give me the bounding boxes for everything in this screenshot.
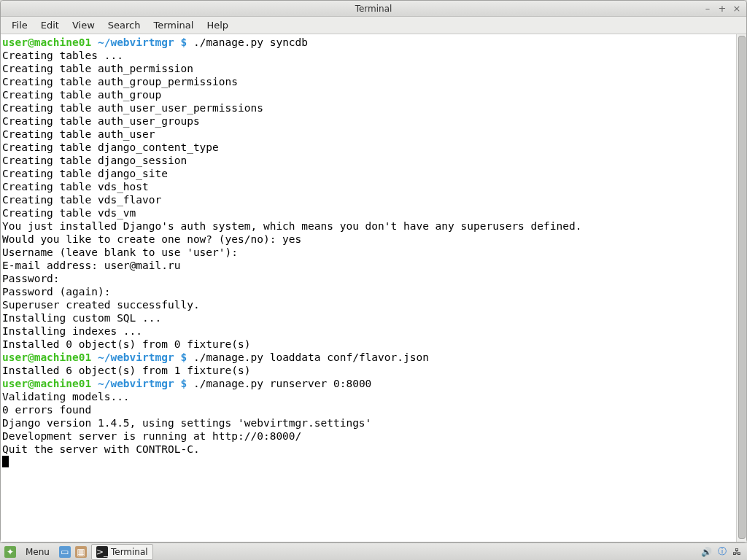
output-line: Creating tables ...	[2, 49, 735, 62]
output-line: Creating table auth_permission	[2, 62, 735, 75]
output-line: Creating table auth_user	[2, 128, 735, 141]
output-line: Creating table vds_flavor	[2, 193, 735, 206]
output-line: You just installed Django's auth system,…	[2, 219, 735, 233]
command-text: ./manage.py runserver 0:8000	[193, 378, 371, 389]
output-line: E-mail address: user@mail.ru	[2, 259, 735, 272]
terminal-scrollbar[interactable]	[736, 34, 746, 542]
output-line: Validating models...	[2, 390, 735, 403]
menu-view[interactable]: View	[66, 18, 101, 32]
prompt-line: user@machine01 ~/webvirtmgr $ ./manage.p…	[2, 36, 735, 49]
prompt-user-host: user@machine01	[2, 378, 91, 389]
taskbar-app-label: Terminal	[111, 547, 148, 557]
output-line: Creating table vds_vm	[2, 206, 735, 219]
minimize-button[interactable]: –	[703, 3, 713, 13]
cursor-line	[2, 456, 735, 469]
output-line: Would you like to create one now? (yes/n…	[2, 233, 735, 246]
output-line: Django version 1.4.5, using settings 'we…	[2, 416, 735, 429]
prompt-path: ~/webvirtmgr	[98, 378, 174, 389]
prompt-separator: $	[174, 378, 193, 389]
maximize-button[interactable]: +	[717, 3, 727, 13]
menu-help[interactable]: Help	[200, 18, 235, 32]
output-line: Installed 6 object(s) from 1 fixture(s)	[2, 364, 735, 377]
prompt-user-host: user@machine01	[2, 36, 91, 48]
window-titlebar[interactable]: Terminal – + ×	[1, 1, 746, 17]
prompt-line: user@machine01 ~/webvirtmgr $ ./manage.p…	[2, 351, 735, 364]
terminal-icon: >_	[96, 546, 108, 558]
terminal-body[interactable]: user@machine01 ~/webvirtmgr $ ./manage.p…	[1, 34, 736, 542]
prompt-separator: $	[174, 36, 193, 48]
output-line: Creating table django_content_type	[2, 141, 735, 154]
output-line: 0 errors found	[2, 403, 735, 416]
output-line: Creating table auth_group_permissions	[2, 75, 735, 88]
start-menu-label: Menu	[26, 547, 50, 557]
info-icon[interactable]: ⓘ	[718, 545, 727, 558]
prompt-path: ~/webvirtmgr	[98, 36, 174, 48]
terminal-window: Terminal – + × File Edit View Search Ter…	[0, 0, 747, 542]
terminal-cursor	[2, 456, 9, 467]
file-manager-icon[interactable]: ▦	[75, 546, 87, 558]
close-button[interactable]: ×	[732, 3, 742, 13]
show-desktop-icon[interactable]: ▭	[59, 546, 71, 558]
prompt-separator: $	[174, 351, 193, 363]
output-line: Password:	[2, 272, 735, 285]
prompt-user-host: user@machine01	[2, 351, 91, 363]
output-line: Installed 0 object(s) from 0 fixture(s)	[2, 338, 735, 351]
output-line: Development server is running at http://…	[2, 429, 735, 443]
output-line: Quit the server with CONTROL-C.	[2, 443, 735, 456]
prompt-path: ~/webvirtmgr	[98, 351, 174, 363]
output-line: Creating table django_site	[2, 167, 735, 180]
command-text: ./manage.py syncdb	[193, 36, 308, 48]
output-line: Creating table vds_host	[2, 180, 735, 193]
output-line: Superuser created successfully.	[2, 298, 735, 311]
taskbar-right: 🔊 ⓘ 🖧	[701, 545, 747, 558]
output-line: Installing custom SQL ...	[2, 311, 735, 324]
terminal-area: user@machine01 ~/webvirtmgr $ ./manage.p…	[1, 34, 746, 542]
taskbar-app-terminal[interactable]: >_ Terminal	[91, 544, 153, 560]
volume-icon[interactable]: 🔊	[701, 547, 712, 557]
menu-edit[interactable]: Edit	[34, 18, 66, 32]
window-controls: – + ×	[703, 3, 742, 13]
start-menu-button[interactable]: Menu	[20, 545, 55, 559]
taskbar-left: ✦ Menu ▭ ▦ >_ Terminal	[0, 544, 153, 560]
output-line: Username (leave blank to use 'user'):	[2, 246, 735, 259]
scroll-thumb[interactable]	[738, 36, 746, 539]
taskbar: ✦ Menu ▭ ▦ >_ Terminal 🔊 ⓘ 🖧	[0, 542, 747, 560]
window-title: Terminal	[355, 4, 392, 14]
output-line: Creating table auth_user_user_permission…	[2, 101, 735, 114]
output-line: Password (again):	[2, 285, 735, 298]
output-line: Creating table auth_user_groups	[2, 114, 735, 128]
network-icon[interactable]: 🖧	[732, 547, 741, 557]
command-text: ./manage.py loaddata conf/flavor.json	[193, 351, 429, 363]
menu-search[interactable]: Search	[101, 18, 147, 32]
menubar: File Edit View Search Terminal Help	[1, 17, 746, 34]
output-line: Creating table auth_group	[2, 88, 735, 101]
menu-terminal[interactable]: Terminal	[147, 18, 200, 32]
distro-icon[interactable]: ✦	[4, 546, 16, 558]
menu-file[interactable]: File	[5, 18, 34, 32]
output-line: Installing indexes ...	[2, 324, 735, 338]
output-line: Creating table django_session	[2, 154, 735, 167]
prompt-line: user@machine01 ~/webvirtmgr $ ./manage.p…	[2, 377, 735, 390]
